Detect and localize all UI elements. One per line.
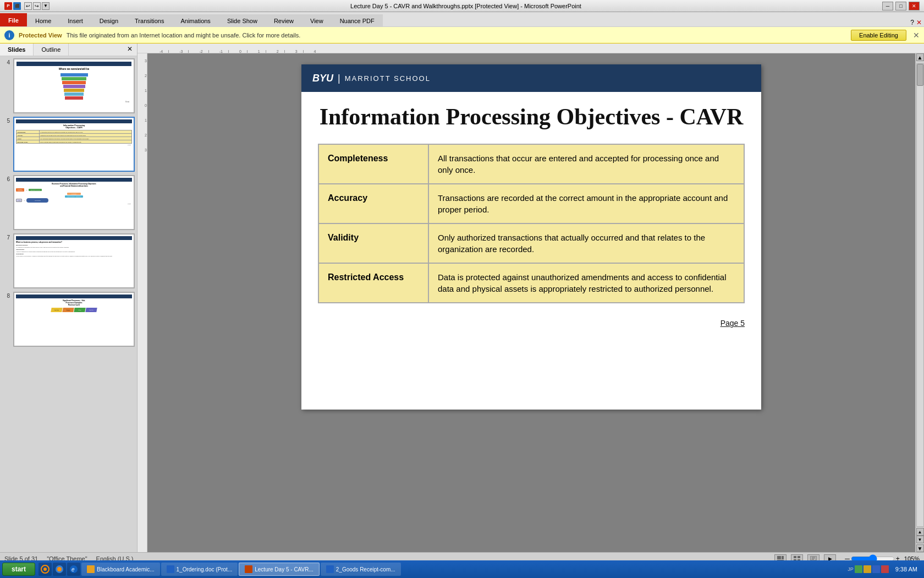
slide-page-number: Page 5 <box>301 314 761 328</box>
taskbar-goods-label: 2_Goods Receipt-com... <box>336 566 395 572</box>
slide-thumb-4[interactable]: Where we were/are/will be <box>13 58 135 113</box>
taskbar: start e Blackboard Academic... 1_Orderin… <box>0 560 924 578</box>
word-icon-2 <box>326 565 334 573</box>
taskbar-blackboard-label: Blackboard Academic... <box>97 566 155 572</box>
tab-animations[interactable]: Animations <box>172 14 218 26</box>
svg-point-14 <box>57 567 62 571</box>
clock: 9:38 AM <box>891 566 922 572</box>
taskbar-lecture[interactable]: Lecture Day 5 - CAVR... <box>239 563 320 576</box>
def-validity: Only authorized transactions that actual… <box>428 223 744 263</box>
vertical-ruler: 3 2 1 0 1 2 3 <box>138 53 147 552</box>
maximize-btn[interactable]: □ <box>895 2 906 10</box>
taskbar-right: JP 9:38 AM <box>848 565 922 573</box>
slide-thumb-5[interactable]: Information ProcessingObjectives - CAVR … <box>13 117 135 172</box>
ie-icon[interactable]: e <box>67 563 80 576</box>
undo-btn[interactable]: ↩ <box>24 2 32 10</box>
scroll-down[interactable]: ▼ <box>916 544 924 552</box>
svg-point-12 <box>43 568 47 571</box>
protected-view-icon: i <box>4 30 14 40</box>
slide-thumb-7[interactable]: What is a business process, sub-process … <box>13 233 135 288</box>
tab-insert[interactable]: Insert <box>59 14 91 26</box>
tab-design[interactable]: Design <box>91 14 127 26</box>
slide-panel: Slides Outline ✕ 4 Where we were/are/wil… <box>0 43 138 552</box>
slide-item-8[interactable]: 8 Significant Processes – Sub-Processes … <box>2 292 135 347</box>
svg-rect-3 <box>794 556 796 558</box>
slide-title: Information Processing Objectives - CAVR <box>318 103 745 130</box>
tray-icon-sound <box>864 565 871 573</box>
tray-icon-1: JP <box>848 566 854 572</box>
scroll-next-slide[interactable]: ▼ <box>916 536 924 543</box>
help-btn[interactable]: ? <box>910 19 914 26</box>
cavr-table: Completeness All transactions that occur… <box>318 144 745 303</box>
protected-view-title: Protected View <box>19 32 62 39</box>
slide-item-7[interactable]: 7 What is a business process, sub-proces… <box>2 233 135 288</box>
slide-number-5: 5 <box>2 117 10 172</box>
svg-rect-0 <box>777 556 781 559</box>
slide-number-4: 4 <box>2 58 10 113</box>
tab-slides[interactable]: Slides <box>0 43 34 56</box>
slide-number-7: 7 <box>2 233 10 288</box>
svg-rect-4 <box>798 556 800 558</box>
taskbar-lecture-label: Lecture Day 5 - CAVR... <box>255 566 314 572</box>
def-accuracy: Transactions are recorded at the correct… <box>428 184 744 223</box>
tab-review[interactable]: Review <box>266 14 302 26</box>
slide-thumb-6[interactable]: Business Processes, Information Processi… <box>13 175 135 230</box>
redo-btn[interactable]: ↪ <box>33 2 41 10</box>
ribbon-tabs: File Home Insert Design Transitions Anim… <box>0 12 924 26</box>
firefox-icon[interactable] <box>53 563 66 576</box>
word-icon-1 <box>167 565 174 573</box>
system-tray-icons: JP <box>848 565 889 573</box>
scroll-thumb[interactable] <box>917 64 923 86</box>
slides-list: 4 Where we were/are/will be <box>0 56 137 552</box>
header-separator: | <box>338 73 340 84</box>
blackboard-icon <box>87 565 95 573</box>
tab-view[interactable]: View <box>302 14 332 26</box>
protected-view-bar: i Protected View This file originated fr… <box>0 27 924 43</box>
slide-header: BYU | MARRIOTT SCHOOL <box>301 64 761 92</box>
panel-close-btn[interactable]: ✕ <box>123 43 137 56</box>
ruler-area: -4 -3 -2 -1 0 1 2 3 4 <box>138 43 924 552</box>
protected-view-message: This file originated from an Internet lo… <box>67 32 846 39</box>
svg-text:e: e <box>72 566 75 572</box>
tab-outline[interactable]: Outline <box>34 43 69 56</box>
qat-more[interactable]: ▼ <box>42 2 50 10</box>
taskbar-blackboard[interactable]: Blackboard Academic... <box>81 563 160 576</box>
slide-thumb-8[interactable]: Significant Processes – Sub-Processes Ex… <box>13 292 135 347</box>
slide-item-5[interactable]: 5 Information ProcessingObjectives - CAV… <box>2 117 135 172</box>
start-button[interactable]: start <box>2 563 35 576</box>
scroll-up[interactable]: ▲ <box>916 53 924 61</box>
taskbar-goods[interactable]: 2_Goods Receipt-com... <box>321 563 401 576</box>
scroll-prev-slide[interactable]: ▲ <box>916 528 924 536</box>
enable-editing-button[interactable]: Enable Editing <box>851 30 906 41</box>
browser-icon[interactable] <box>38 563 52 576</box>
close-btn[interactable]: ✕ <box>909 2 920 10</box>
byu-logo-text: BYU <box>312 73 333 84</box>
main-area: Slides Outline ✕ 4 Where we were/are/wil… <box>0 43 924 552</box>
right-scrollbar[interactable]: ▲ ▲ ▼ ▼ <box>915 53 924 552</box>
tab-nuance[interactable]: Nuance PDF <box>332 14 383 26</box>
term-accuracy: Accuracy <box>318 184 428 223</box>
tab-slideshow[interactable]: Slide Show <box>219 14 266 26</box>
term-completeness: Completeness <box>318 144 428 184</box>
tab-home[interactable]: Home <box>27 14 59 26</box>
def-restricted: Data is protected against unauthorized a… <box>428 263 744 303</box>
tab-transitions[interactable]: Transitions <box>127 14 172 26</box>
scroll-track <box>916 63 924 527</box>
panel-tabs: Slides Outline ✕ <box>0 43 137 56</box>
slide-item-4[interactable]: 4 Where we were/are/will be <box>2 58 135 113</box>
slide-canvas: BYU | MARRIOTT SCHOOL Information Proces… <box>301 64 761 410</box>
minimize-btn[interactable]: ─ <box>882 2 893 10</box>
term-restricted: Restricted Access <box>318 263 428 303</box>
title-bar: P ⬛ ↩ ↪ ▼ Lecture Day 5 - CAVR and Walkt… <box>0 0 924 12</box>
taskbar-ordering[interactable]: 1_Ordering.doc (Prot... <box>161 563 238 576</box>
tray-icon-bluetooth <box>872 565 880 573</box>
protected-view-close[interactable]: ✕ <box>913 31 920 40</box>
slide-item-6[interactable]: 6 Business Processes, Information Proces… <box>2 175 135 230</box>
ribbon-close[interactable]: ✕ <box>916 19 922 26</box>
table-row: Completeness All transactions that occur… <box>318 144 744 184</box>
tab-file[interactable]: File <box>0 13 27 26</box>
horizontal-ruler: -4 -3 -2 -1 0 1 2 3 4 <box>138 43 924 53</box>
slide-body: Information Processing Objectives - CAVR… <box>301 92 761 314</box>
tray-icon-network <box>855 565 862 573</box>
table-row: Restricted Access Data is protected agai… <box>318 263 744 303</box>
